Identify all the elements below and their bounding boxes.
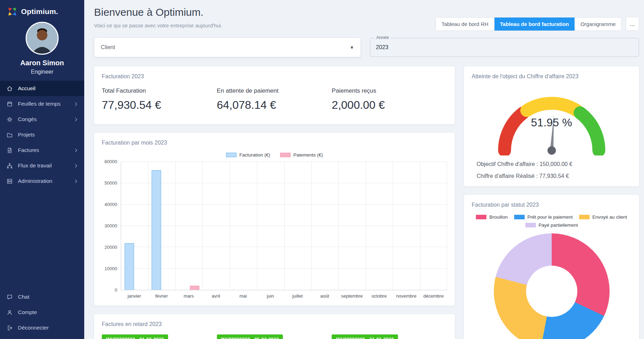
client-select[interactable]: Client ▼ — [94, 38, 361, 57]
more-options-button[interactable]: ... — [626, 17, 639, 31]
year-input[interactable] — [370, 38, 639, 56]
facturation-bar — [125, 243, 134, 290]
chevron-right-icon — [73, 101, 79, 107]
x-axis-label: janvier — [121, 290, 148, 299]
gridline — [311, 162, 312, 290]
gauge-objective-line: Objectif Chiffre d'affaire : 150,000.00 … — [477, 161, 631, 167]
brouillon-legend-swatch — [476, 215, 486, 219]
user-role: Engineer — [0, 69, 84, 75]
overdue-invoice-badge[interactable]: INV00000002 - 01-02-2023 — [102, 334, 168, 339]
card-title: Factures en retard 2023 — [102, 321, 447, 327]
legend-item-paye-partiellement: Payé partiellement — [525, 222, 578, 228]
sidebar-item-feuilles-de-temps[interactable]: Feuilles de temps — [0, 96, 84, 112]
sidebar-item-label: Feuilles de temps — [18, 101, 60, 107]
main-content: Bienvenue à Optimium. Voici ce qui se pa… — [84, 0, 644, 339]
bar-chart-plot-column: janvierfévriermarsavrilmaijuinjuilletaoû… — [121, 162, 447, 299]
gridline — [393, 162, 393, 290]
workflow-icon — [6, 162, 13, 169]
gridline — [338, 162, 339, 290]
legend-item-envoye-au-client: Envoyé au client — [579, 214, 627, 220]
sidebar-item-chat[interactable]: Chat — [0, 289, 84, 305]
y-tick-label: 30000 — [105, 223, 117, 228]
gridline — [257, 162, 257, 290]
app-logo: Optimium. — [0, 0, 84, 19]
x-axis-label: février — [148, 290, 175, 299]
chevron-right-icon — [73, 148, 79, 153]
x-axis-label: mai — [230, 290, 257, 299]
folder-icon — [6, 132, 13, 138]
status-donut — [494, 233, 610, 339]
gauge-arc-1 — [526, 103, 576, 110]
pret-paiement-legend-swatch — [514, 215, 525, 219]
legend-label: Brouillon — [489, 214, 508, 220]
x-axis-label: novembre — [393, 290, 420, 299]
sidebar-menu: Accueil Feuilles de temps Congés Projets — [0, 81, 84, 339]
legend-item-brouillon: Brouillon — [476, 214, 508, 220]
billing-summary-card: Facturation 2023 Total Facturation 77,93… — [94, 66, 455, 124]
x-axis-label: août — [311, 290, 339, 299]
status-chart-legend: Brouillon Prêt pour le paiement Envoyé a… — [472, 214, 631, 228]
filters-row: Client ▼ Année — [94, 38, 639, 57]
y-tick-label: 40000 — [105, 202, 117, 207]
stat-value: 77,930.54 € — [102, 99, 217, 112]
sidebar-item-compte[interactable]: Compte — [0, 305, 84, 320]
content-grid: Facturation 2023 Total Facturation 77,93… — [94, 66, 639, 339]
bar-chart-legend: Facturation (€) Paiements (€) — [102, 152, 447, 158]
chevron-right-icon — [73, 163, 79, 168]
sidebar-item-projets[interactable]: Projets — [0, 127, 84, 142]
y-tick-label: 20000 — [105, 245, 117, 250]
right-column: Atteinte de l'object du Chiffre d'affair… — [464, 66, 639, 339]
left-column: Facturation 2023 Total Facturation 77,93… — [94, 66, 455, 339]
x-axis-label: septembre — [338, 290, 366, 299]
sidebar-item-label: Factures — [18, 147, 39, 153]
tab-tableau-de-bord-rh[interactable]: Tableau de bord RH — [436, 18, 494, 31]
page-title: Bienvenue à Optimium. — [94, 6, 223, 18]
chevron-right-icon — [73, 179, 79, 184]
gridline — [175, 162, 176, 290]
sidebar: Optimium. Aaron Simon Engineer Accueil F… — [0, 0, 84, 339]
card-title: Atteinte de l'object du Chiffre d'affair… — [472, 73, 631, 80]
gridline — [148, 162, 148, 290]
legend-item-pret-pour-le-paiement: Prêt pour le paiement — [514, 214, 573, 220]
legend-label: Payé partiellement — [539, 222, 578, 228]
legend-item-paiements: Paiements (€) — [280, 152, 323, 158]
x-axis-label: décembre — [420, 290, 447, 299]
sidebar-item-administration[interactable]: Administration — [0, 173, 84, 189]
overdue-invoice-badge[interactable]: INV00000003 - 05-02-2023 — [217, 334, 283, 339]
sidebar-item-conges[interactable]: Congés — [0, 112, 84, 127]
facturation-legend-swatch — [226, 153, 237, 157]
overdue-invoice-badge[interactable]: INV00000006 - 31-01-2023 — [332, 334, 398, 339]
stat-en-attente: En attente de paiement 64,078.14 € — [217, 87, 332, 112]
sidebar-item-factures[interactable]: Factures — [0, 142, 84, 158]
x-axis-label: juin — [257, 290, 284, 299]
monthly-billing-chart-card: Facturation par mois 2023 Facturation (€… — [94, 133, 455, 306]
overdue-invoices-card: Factures en retard 2023 INV00000002 - 01… — [94, 314, 455, 339]
page-header-text: Bienvenue à Optimium. Voici ce qui se pa… — [94, 4, 223, 38]
logout-icon — [6, 325, 13, 331]
y-tick-label: 60000 — [105, 159, 117, 164]
stat-label: Paiements reçus — [332, 87, 447, 94]
user-icon — [6, 309, 13, 316]
sidebar-item-deconnecter[interactable]: Déconnecter — [0, 320, 84, 335]
tab-tableau-de-bord-facturation[interactable]: Tableau de bord facturation — [494, 18, 575, 31]
sidebar-item-label: Projets — [18, 132, 35, 138]
avatar-image — [27, 23, 58, 54]
legend-label: Envoyé au client — [592, 214, 627, 220]
tab-organigramme[interactable]: Organigramme — [575, 18, 621, 31]
sidebar-spacer — [0, 189, 84, 289]
sidebar-item-flux-de-travail[interactable]: Flux de travail — [0, 158, 84, 173]
client-select-label: Client — [101, 44, 115, 51]
badge-column: INV00000006 - 31-01-2023 — [332, 334, 447, 339]
paye-partiellement-legend-swatch — [525, 223, 536, 227]
chevron-right-icon — [73, 117, 79, 122]
revenue-goal-gauge-card: Atteinte de l'object du Chiffre d'affair… — [464, 66, 639, 186]
gridline — [447, 162, 447, 290]
y-tick-label: 10000 — [105, 266, 117, 271]
sidebar-item-label: Compte — [18, 309, 37, 315]
bar-chart: 0100002000030000400005000060000 janvierf… — [102, 162, 447, 299]
page-header: Bienvenue à Optimium. Voici ce qui se pa… — [94, 4, 639, 38]
legend-item-facturation: Facturation (€) — [226, 152, 270, 158]
badge-column: INV00000002 - 01-02-2023 — [102, 334, 217, 339]
sidebar-item-accueil[interactable]: Accueil — [0, 81, 84, 96]
dashboard-tabs: Tableau de bord RH Tableau de bord factu… — [436, 17, 639, 31]
